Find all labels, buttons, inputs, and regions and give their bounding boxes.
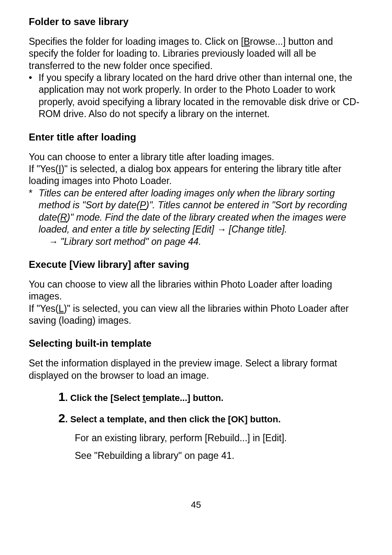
text: )" mode. Find the date of the library cr…	[39, 212, 346, 235]
step-detail: See "Rebuilding a library" on page 41.	[75, 450, 363, 462]
footnote-marker: *	[29, 187, 39, 248]
footnote-reference: → "Library sort method" on page 44.	[39, 236, 363, 248]
section-folder-to-save-library: Folder to save library Specifies the fol…	[29, 16, 363, 120]
paragraph: If "Yes(L)" is selected, you can view al…	[29, 303, 363, 327]
mnemonic-letter: L	[59, 303, 64, 314]
text: emplate...] button.	[145, 393, 223, 403]
text: Specifies the folder for loading images …	[29, 36, 244, 47]
heading-execute-view-library: Execute [View library] after saving	[29, 258, 363, 271]
step-number: 1	[58, 390, 65, 403]
bullet-item: • If you specify a library located on th…	[29, 72, 363, 120]
section-enter-title-after-loading: Enter title after loading You can choose…	[29, 131, 363, 248]
step-item: 1. Click the [Select template...] button…	[58, 389, 363, 405]
section-execute-view-library: Execute [View library] after saving You …	[29, 258, 363, 327]
heading-selecting-built-in-template: Selecting built-in template	[29, 337, 363, 350]
paragraph: You can choose to view all the libraries…	[29, 279, 363, 303]
paragraph: If "Yes(I)" is selected, a dialog box ap…	[29, 163, 363, 187]
text: . Click the [Select	[65, 393, 143, 403]
step-detail: For an existing library, perform [Rebuil…	[75, 432, 363, 444]
text: )" is selected, you can view all the lib…	[29, 303, 349, 326]
mnemonic-letter: R	[60, 212, 67, 223]
mnemonic-letter: B	[244, 36, 250, 47]
bullet-marker: •	[29, 72, 39, 120]
footnote-body: Titles can be entered after loading imag…	[39, 187, 363, 248]
paragraph: Specifies the folder for loading images …	[29, 36, 363, 72]
heading-enter-title-after-loading: Enter title after loading	[29, 131, 363, 144]
text: )" is selected, a dialog box appears for…	[29, 164, 341, 186]
step-item: 2. Select a template, and then click the…	[58, 410, 363, 462]
paragraph: Set the information displayed in the pre…	[29, 357, 363, 382]
step-number: 2	[58, 411, 65, 425]
bullet-text: If you specify a library located on the …	[39, 72, 363, 120]
step-title: 1. Click the [Select template...] button…	[58, 389, 363, 405]
paragraph: You can choose to enter a library title …	[29, 151, 363, 163]
page-number: 45	[29, 499, 363, 511]
steps-list: 1. Click the [Select template...] button…	[29, 389, 363, 462]
step-title: 2. Select a template, and then click the…	[58, 410, 363, 426]
heading-folder-to-save-library: Folder to save library	[29, 16, 363, 28]
text: . Select a template, and then click the …	[65, 414, 281, 424]
document-page: Folder to save library Specifies the fol…	[0, 0, 392, 555]
section-selecting-built-in-template: Selecting built-in template Set the info…	[29, 337, 363, 462]
footnote: * Titles can be entered after loading im…	[29, 187, 363, 248]
text: If "Yes(	[29, 303, 59, 314]
mnemonic-letter: P	[140, 200, 146, 210]
text: If "Yes(	[29, 164, 59, 174]
